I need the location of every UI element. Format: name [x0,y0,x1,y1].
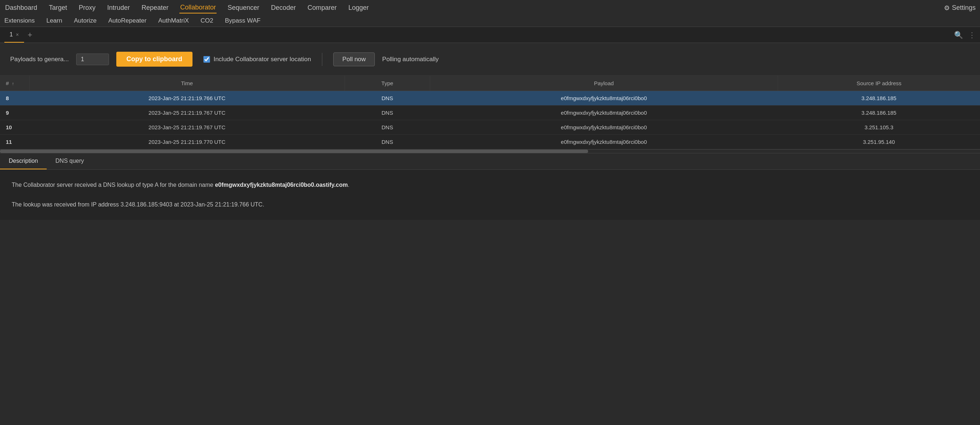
bottom-panel: Description DNS query The Collaborator s… [0,153,980,220]
cell-num: 11 [0,135,29,149]
nav-dashboard[interactable]: Dashboard [5,3,38,13]
tab-search-area: 🔍 ⋮ [954,30,975,39]
cell-type: DNS [345,120,430,135]
tab-description[interactable]: Description [0,153,47,169]
interactions-table: # ↑ Time Type Payload Source IP address … [0,76,980,149]
bottom-tab-bar: Description DNS query [0,153,980,170]
payloads-label: Payloads to genera... [10,56,69,63]
table-row[interactable]: 10 2023-Jan-25 21:21:19.767 UTC DNS e0fm… [0,120,980,135]
cell-time: 2023-Jan-25 21:21:19.770 UTC [29,135,345,149]
nav-sequencer[interactable]: Sequencer [227,3,260,13]
cell-time: 2023-Jan-25 21:21:19.766 UTC [29,91,345,106]
table-body: 8 2023-Jan-25 21:21:19.766 UTC DNS e0fmg… [0,91,980,149]
gear-icon: ⚙ [944,4,950,12]
nav-proxy[interactable]: Proxy [78,3,96,13]
cell-num: 8 [0,91,29,106]
cell-type: DNS [345,106,430,120]
col-time-header[interactable]: Time [29,76,345,91]
nav-learn[interactable]: Learn [46,17,62,24]
menu-icon[interactable]: ⋮ [968,30,975,39]
horizontal-scrollbar-thumb[interactable] [0,150,588,153]
cell-source-ip: 3.248.186.185 [778,91,980,106]
nav-comparer[interactable]: Comparer [307,3,337,13]
interactions-table-container: # ↑ Time Type Payload Source IP address … [0,76,980,153]
description-suffix: . [348,182,349,188]
nav-target[interactable]: Target [48,3,68,13]
cell-type: DNS [345,135,430,149]
toolbar-divider [322,53,322,66]
col-source-ip-header[interactable]: Source IP address [778,76,980,91]
cell-payload: e0fmgwxdxyfjykzktu8mtaj06rci0bo0 [430,91,778,106]
description-prefix: The Collaborator server received a DNS l… [12,182,215,188]
nav-row-2: Extensions Learn Autorize AutoRepeater A… [0,16,980,27]
tab-add-button[interactable]: + [24,27,36,43]
poll-now-button[interactable]: Poll now [333,52,375,66]
nav-settings[interactable]: ⚙ Settings [944,4,975,12]
cell-time: 2023-Jan-25 21:21:19.767 UTC [29,120,345,135]
tab-close-button[interactable]: × [16,32,19,38]
tab-bar: 1 × + 🔍 ⋮ [0,27,980,43]
horizontal-scrollbar[interactable] [0,149,980,153]
table-row[interactable]: 11 2023-Jan-25 21:21:19.770 UTC DNS e0fm… [0,135,980,149]
description-domain: e0fmgwxdxyfjykzktu8mtaj06rci0bo0.oastify… [215,182,348,188]
toolbar: Payloads to genera... Copy to clipboard … [0,43,980,76]
nav-logger[interactable]: Logger [347,3,369,13]
nav-co2[interactable]: CO2 [200,17,213,24]
nav-repeater[interactable]: Repeater [141,3,169,13]
table-header-row: # ↑ Time Type Payload Source IP address [0,76,980,91]
col-type-header[interactable]: Type [345,76,430,91]
col-payload-header[interactable]: Payload [430,76,778,91]
table-scroll-area[interactable]: # ↑ Time Type Payload Source IP address … [0,76,980,149]
nav-autorepeater[interactable]: AutoRepeater [108,17,146,24]
search-icon[interactable]: 🔍 [954,30,963,39]
payloads-input[interactable] [76,54,109,65]
nav-bypass-waf[interactable]: Bypass WAF [225,17,261,24]
table-row[interactable]: 8 2023-Jan-25 21:21:19.766 UTC DNS e0fmg… [0,91,980,106]
tab-1[interactable]: 1 × [5,27,24,43]
cell-source-ip: 3.248.186.185 [778,106,980,120]
settings-label: Settings [952,4,975,12]
copy-to-clipboard-button[interactable]: Copy to clipboard [116,52,192,67]
top-navigation: Dashboard Target Proxy Intruder Repeater… [0,0,980,27]
table-row[interactable]: 9 2023-Jan-25 21:21:19.767 UTC DNS e0fmg… [0,106,980,120]
cell-time: 2023-Jan-25 21:21:19.767 UTC [29,106,345,120]
cell-payload: e0fmgwxdxyfjykzktu8mtaj06rci0bo0 [430,120,778,135]
nav-authmatrix[interactable]: AuthMatriX [158,17,189,24]
include-location-label: Include Collaborator server location [214,56,311,63]
description-line-1: The Collaborator server received a DNS l… [12,180,968,190]
nav-intruder[interactable]: Intruder [107,3,130,13]
cell-num: 10 [0,120,29,135]
include-location-checkbox[interactable] [204,56,210,63]
nav-decoder[interactable]: Decoder [270,3,296,13]
polling-status-label: Polling automatically [382,56,439,63]
nav-row-1: Dashboard Target Proxy Intruder Repeater… [0,0,980,16]
nav-collaborator[interactable]: Collaborator [180,2,216,13]
cell-num: 9 [0,106,29,120]
cell-payload: e0fmgwxdxyfjykzktu8mtaj06rci0bo0 [430,135,778,149]
cell-source-ip: 3.251.105.3 [778,120,980,135]
cell-source-ip: 3.251.95.140 [778,135,980,149]
tab-dns-query[interactable]: DNS query [47,153,92,169]
nav-extensions[interactable]: Extensions [5,17,35,24]
nav-autorize[interactable]: Autorize [74,17,97,24]
cell-type: DNS [345,91,430,106]
description-line-2: The lookup was received from IP address … [12,200,968,209]
cell-payload: e0fmgwxdxyfjykzktu8mtaj06rci0bo0 [430,106,778,120]
tab-label: 1 [10,31,13,38]
description-content: The Collaborator server received a DNS l… [0,170,980,220]
include-location-checkbox-area: Include Collaborator server location [204,56,311,63]
col-num-header[interactable]: # ↑ [0,76,29,91]
